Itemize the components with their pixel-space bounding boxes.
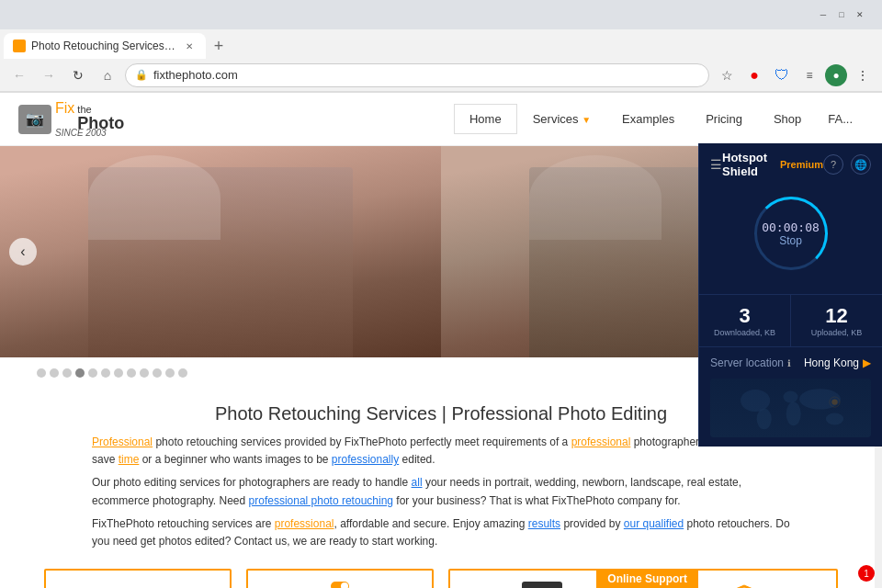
notification-badge: 1	[858, 565, 875, 582]
cloud-upload-icon: ☁	[123, 582, 153, 588]
svg-point-1	[757, 409, 772, 429]
vpn-menu-icon[interactable]: ☰	[710, 157, 722, 172]
url-text: fixthephoto.com	[153, 68, 238, 82]
section-body-2: Our photo editing services for photograp…	[92, 474, 790, 509]
prev-button[interactable]: ‹	[9, 238, 37, 266]
dot-2[interactable]	[50, 368, 59, 378]
site-logo: 📷 Fix the Photo SINCE 2003	[18, 100, 124, 138]
vpn-timer-ring: 00:00:08 Stop	[754, 197, 828, 270]
vpn-uploaded-label: Uploaded, KB	[795, 328, 878, 337]
browser-toolbar: ← → ↻ ⌂ 🔒 fixthephoto.com ☆ ● 🛡 ≡ ● ⋮	[0, 59, 882, 92]
vpn-map	[710, 379, 871, 437]
forward-button[interactable]: →	[37, 63, 61, 87]
vpn-header-icons: ? 🌐	[823, 154, 871, 175]
shield-security-icon	[726, 582, 763, 588]
card-quick-upload: ☁ ↓ Quick Upload	[44, 569, 232, 588]
nav-item-pricing[interactable]: Pricing	[690, 104, 758, 134]
profile-icon[interactable]: ●	[825, 64, 847, 86]
close-button[interactable]: ✕	[853, 7, 867, 22]
address-bar[interactable]: 🔒 fixthephoto.com	[125, 63, 709, 87]
toolbar-icons: ☆ ● 🛡 ≡ ● ⋮	[715, 63, 875, 87]
section-body-1: Professional photo retouching services p…	[92, 434, 790, 469]
vpn-uploaded-value: 12	[795, 304, 878, 328]
dot-1[interactable]	[37, 368, 46, 378]
slider-dots	[18, 363, 206, 383]
vpn-uploaded-stat: 12 Uploaded, KB	[791, 295, 882, 346]
maximize-button[interactable]: □	[834, 7, 849, 22]
nav-services-label: Services	[533, 112, 579, 126]
dot-7[interactable]	[114, 368, 123, 378]
dot-3[interactable]	[62, 368, 72, 378]
toggle-on[interactable]	[331, 582, 349, 588]
browser-titlebar: ─ □ ✕	[0, 0, 882, 29]
browser-chrome: ─ □ ✕ Photo Retouching Services | Pro...…	[0, 0, 882, 93]
page-content: 📷 Fix the Photo SINCE 2003 Home	[0, 93, 882, 588]
svg-point-0	[741, 390, 770, 412]
svg-point-5	[826, 413, 843, 425]
nav-item-home[interactable]: Home	[454, 104, 517, 134]
menu-button[interactable]: ⋮	[851, 63, 875, 87]
online-support-button[interactable]: Online Support	[596, 569, 698, 588]
nav-fa-label: FA...	[817, 105, 864, 133]
vpn-info-icon: ℹ	[787, 358, 791, 368]
section-title: Photo Retouching Services | Professional…	[92, 403, 790, 424]
nav-item-services[interactable]: Services ▼	[517, 104, 606, 134]
dot-6[interactable]	[101, 368, 110, 378]
tab-title: Photo Retouching Services | Pro...	[31, 40, 176, 52]
dot-11[interactable]	[165, 368, 175, 378]
logo-text-block: Fix the Photo SINCE 2003	[55, 100, 124, 138]
tab-close-button[interactable]: ✕	[182, 39, 197, 53]
bookmark-icon[interactable]: ☆	[715, 63, 739, 87]
vpn-premium-badge: Premium	[780, 159, 823, 170]
window-controls: ─ □ ✕	[816, 7, 867, 22]
vpn-header: ☰ Hotspot Shield Premium ? 🌐	[699, 143, 882, 186]
vpn-globe-button[interactable]: 🌐	[851, 154, 871, 175]
svg-point-2	[784, 391, 798, 403]
dot-10[interactable]	[153, 368, 162, 378]
cards-section: ☁ ↓ Quick Upload	[0, 569, 882, 588]
svg-point-6	[831, 399, 837, 404]
logo-camera-icon: 📷	[18, 105, 51, 134]
vpn-main: 00:00:08 Stop	[699, 186, 882, 294]
dot-5[interactable]	[88, 368, 97, 378]
extension-icon-shield[interactable]: 🛡	[770, 63, 794, 87]
toggle-group	[255, 582, 424, 588]
dot-8[interactable]	[127, 368, 136, 378]
extension-icon-list[interactable]: ≡	[797, 63, 821, 87]
dot-9[interactable]	[140, 368, 149, 378]
section-body-3: FixThePhoto retouching services are prof…	[92, 515, 790, 550]
svg-point-3	[786, 402, 801, 426]
new-tab-button[interactable]: +	[206, 33, 232, 59]
minimize-button[interactable]: ─	[816, 7, 831, 22]
svg-point-4	[799, 389, 841, 409]
site-nav: Home Services ▼ Examples Pricing Shop	[454, 104, 817, 134]
active-tab[interactable]: Photo Retouching Services | Pro... ✕	[4, 33, 206, 59]
nav-item-examples[interactable]: Examples	[606, 104, 690, 134]
back-button[interactable]: ←	[7, 63, 31, 87]
vpn-title: Hotspot Shield Premium	[722, 151, 823, 178]
dot-4[interactable]	[75, 368, 85, 378]
vpn-world-map	[710, 379, 871, 437]
hero-image-left	[0, 146, 441, 357]
home-button[interactable]: ⌂	[96, 63, 119, 87]
extension-icon-red[interactable]: ●	[742, 63, 766, 87]
logo-fix: Fix	[55, 100, 74, 117]
vpn-help-button[interactable]: ?	[823, 154, 843, 175]
tab-bar: Photo Retouching Services | Pro... ✕ +	[0, 29, 882, 59]
vpn-location-arrow-icon: ▶	[863, 356, 871, 369]
vpn-downloaded-label: Downloaded, KB	[703, 328, 786, 337]
site-header: 📷 Fix the Photo SINCE 2003 Home	[0, 93, 882, 146]
vpn-location-value-group: Hong Kong ▶	[804, 356, 871, 369]
vpn-brand-name: Hotspot Shield	[722, 151, 776, 178]
vpn-location-value: Hong Kong	[804, 356, 859, 369]
vpn-server-location-label: Server location ℹ	[710, 356, 791, 369]
toggle-row-1	[331, 582, 349, 588]
tab-favicon	[13, 40, 26, 52]
vpn-downloaded-value: 3	[703, 304, 786, 328]
vpn-stats: 3 Downloaded, KB 12 Uploaded, KB	[699, 294, 882, 347]
nav-item-shop[interactable]: Shop	[758, 104, 817, 134]
dropdown-arrow-icon: ▼	[582, 115, 591, 125]
vpn-location[interactable]: Server location ℹ Hong Kong ▶	[699, 347, 882, 379]
refresh-button[interactable]: ↻	[66, 63, 90, 87]
dot-12[interactable]	[178, 368, 187, 378]
